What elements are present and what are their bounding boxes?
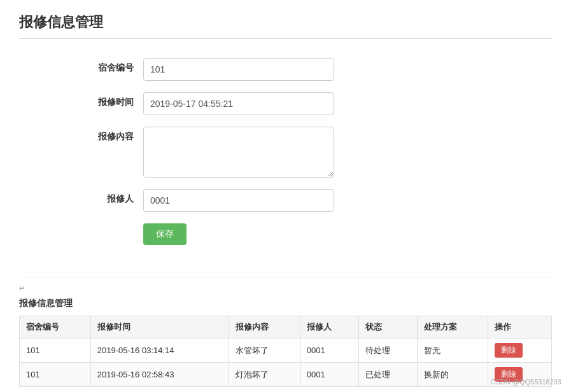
person-label: 报修人 (83, 189, 134, 205)
save-button[interactable]: 保存 (143, 223, 187, 245)
dormitory-label: 宿舍编号 (83, 58, 134, 74)
divider (19, 277, 552, 277)
col-status: 状态 (358, 316, 417, 339)
dormitory-row: 宿舍编号 (19, 58, 552, 81)
cell-action: 删除 (488, 339, 552, 363)
cell-time: 2019-05-16 02:58:43 (90, 363, 229, 387)
table-header-row: 宿舍编号 报修时间 报修内容 报修人 状态 处理方案 操作 (20, 316, 552, 339)
cell-dormitory: 101 (20, 339, 91, 363)
person-input[interactable] (143, 189, 334, 212)
cell-status: 待处理 (358, 339, 417, 363)
cell-dormitory: 101 (20, 363, 91, 387)
col-solution: 处理方案 (417, 316, 488, 339)
cell-content: 灯泡坏了 (229, 363, 300, 387)
repair-form: 宿舍编号 报修时间 报修内容 报修人 保存 (19, 58, 552, 264)
delete-button[interactable]: 删除 (495, 343, 523, 358)
content-textarea[interactable] (143, 127, 334, 178)
save-button-row: 保存 (19, 223, 552, 264)
dormitory-input[interactable] (143, 58, 334, 81)
cell-person: 0001 (300, 339, 358, 363)
content-row: 报修内容 (19, 127, 552, 178)
watermark: CSDN @QQ55318293 (491, 378, 561, 386)
table-section-title: 报修信息管理 (19, 298, 552, 309)
cell-solution: 换新的 (417, 363, 488, 387)
time-label: 报修时间 (83, 92, 134, 108)
time-input[interactable] (143, 92, 334, 115)
col-person: 报修人 (300, 316, 358, 339)
cell-content: 水管坏了 (229, 339, 300, 363)
cell-status: 已处理 (358, 363, 417, 387)
cell-person: 0001 (300, 363, 358, 387)
person-row: 报修人 (19, 189, 552, 212)
content-label: 报修内容 (83, 127, 134, 143)
col-action: 操作 (488, 316, 552, 339)
time-row: 报修时间 (19, 92, 552, 115)
arrow-indicator: ↵ (19, 284, 552, 293)
table-row: 1012019-05-16 02:58:43灯泡坏了0001已处理换新的删除 (20, 363, 552, 387)
page-title: 报修信息管理 (19, 13, 552, 39)
col-dormitory: 宿舍编号 (20, 316, 91, 339)
col-time: 报修时间 (90, 316, 229, 339)
repair-table: 宿舍编号 报修时间 报修内容 报修人 状态 处理方案 操作 1012019-05… (19, 316, 552, 387)
col-content: 报修内容 (229, 316, 300, 339)
table-row: 1012019-05-16 03:14:14水管坏了0001待处理暂无删除 (20, 339, 552, 363)
cell-solution: 暂无 (417, 339, 488, 363)
cell-time: 2019-05-16 03:14:14 (90, 339, 229, 363)
